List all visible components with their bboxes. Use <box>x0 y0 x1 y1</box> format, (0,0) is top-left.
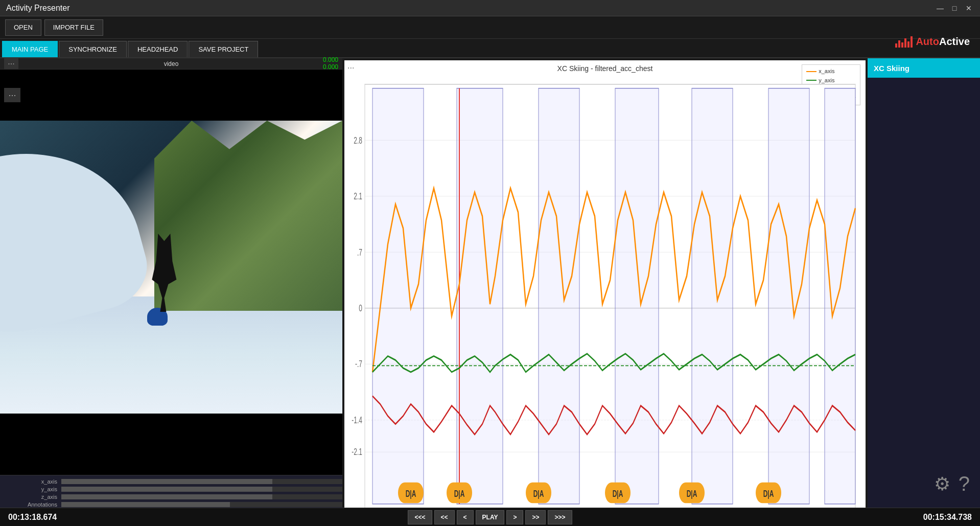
timeline-bar-z <box>61 494 342 499</box>
timeline-fill-z <box>61 494 272 499</box>
status-bar: 00:13:18.674 <<< << < PLAY > >> >>> 00:1… <box>0 508 980 526</box>
svg-text:2.8: 2.8 <box>354 135 362 145</box>
bottom-right-icons: ⚙ ? <box>934 472 970 495</box>
help-icon[interactable]: ? <box>959 472 970 495</box>
video-bottom-area <box>0 414 342 475</box>
svg-rect-16 <box>457 88 503 504</box>
svg-rect-15 <box>372 88 424 504</box>
video-values: 0.000 0.000 <box>323 57 338 70</box>
video-top-area: ··· <box>0 70 342 121</box>
video-frame <box>0 121 342 414</box>
video-label: video <box>164 60 179 67</box>
forward2-button[interactable]: >> <box>525 510 546 524</box>
logo-bar-5 <box>907 41 909 48</box>
tab-head2head[interactable]: HEAD2HEAD <box>128 41 188 57</box>
rewind1-button[interactable]: < <box>457 510 474 524</box>
playback-controls: <<< << < PLAY > >> >>> <box>408 510 572 524</box>
tab-main-page[interactable]: MAIN PAGE <box>2 41 58 57</box>
svg-text:D|A: D|A <box>406 488 416 498</box>
tab-save-project[interactable]: SAVE PROJECT <box>189 41 258 57</box>
timeline-row-y: y_axis <box>0 485 342 493</box>
svg-text:D|A: D|A <box>763 488 774 498</box>
trees-background <box>154 121 343 311</box>
svg-text:D|A: D|A <box>687 488 697 498</box>
maximize-button[interactable]: □ <box>949 3 960 13</box>
svg-text:2.1: 2.1 <box>354 191 362 201</box>
video-value2: 0.000 <box>323 64 338 71</box>
timeline-row-x: x_axis <box>0 477 342 485</box>
logo-bar-4 <box>904 38 906 48</box>
video-menu-dots[interactable]: ··· <box>4 58 18 70</box>
svg-rect-18 <box>615 88 659 504</box>
svg-text:-1.4: -1.4 <box>352 415 362 425</box>
timeline-bar-x <box>61 479 342 484</box>
svg-text:D|A: D|A <box>533 488 544 498</box>
video-value1: 0.000 <box>323 57 338 63</box>
right-panel: XC Skiing <box>868 58 980 526</box>
tab-synchronize[interactable]: SYNCHRONIZE <box>59 41 127 57</box>
video-header: ··· video 0.000 0.000 <box>0 58 342 70</box>
rewind2-button[interactable]: << <box>434 510 455 524</box>
logo-bar-1 <box>895 43 897 48</box>
timeline-label-x: x_axis <box>0 478 61 485</box>
time-right: 00:15:34.738 <box>923 513 972 522</box>
timeline-fill-annotations <box>61 502 230 507</box>
close-button[interactable]: ✕ <box>964 3 974 13</box>
timeline-bar-y <box>61 487 342 492</box>
time-left: 00:13:18.674 <box>8 513 57 522</box>
chart-svg: 2.8 2.1 .7 0 -.7 -1.4 -2.1 <box>344 60 866 524</box>
main-content: ··· video 0.000 0.000 ··· <box>0 58 980 526</box>
import-file-button[interactable]: IMPORT FILE <box>44 19 103 36</box>
svg-rect-19 <box>692 88 733 504</box>
titlebar: Activity Presenter — □ ✕ <box>0 0 980 16</box>
forward1-button[interactable]: > <box>506 510 523 524</box>
svg-rect-20 <box>768 88 809 504</box>
svg-text:.7: .7 <box>357 247 362 257</box>
svg-text:D|A: D|A <box>454 488 465 498</box>
forward3-button[interactable]: >>> <box>548 510 572 524</box>
svg-rect-17 <box>539 88 579 504</box>
svg-text:0: 0 <box>359 303 362 313</box>
logo: AutoActive <box>895 36 970 48</box>
app-title: Activity Presenter <box>6 4 69 13</box>
play-button[interactable]: PLAY <box>476 510 505 524</box>
logo-auto: Auto <box>916 36 939 47</box>
video-options-button[interactable]: ··· <box>4 88 20 102</box>
svg-text:D|A: D|A <box>613 488 623 498</box>
session-label: XC Skiing <box>868 58 980 78</box>
logo-bar-6 <box>911 36 913 48</box>
video-panel: ··· video 0.000 0.000 ··· <box>0 58 342 526</box>
settings-icon[interactable]: ⚙ <box>934 473 950 495</box>
timeline-label-z: z_axis <box>0 494 61 500</box>
timeline-fill-x <box>61 479 272 484</box>
logo-bar-3 <box>901 42 903 48</box>
chart-panel: ··· XC Skiing - filtered_acc_chest x_axi… <box>344 60 866 524</box>
svg-text:-2.1: -2.1 <box>352 447 362 457</box>
window-controls: — □ ✕ <box>935 3 974 13</box>
logo-text: AutoActive <box>916 36 970 48</box>
timeline-fill-y <box>61 487 272 492</box>
timeline-label-y: y_axis <box>0 486 61 492</box>
logo-bars <box>895 36 913 48</box>
logo-active: Active <box>939 36 970 47</box>
rewind3-button[interactable]: <<< <box>408 510 432 524</box>
svg-rect-21 <box>825 88 855 504</box>
logo-bar-2 <box>898 40 900 48</box>
open-button[interactable]: OPEN <box>5 19 41 36</box>
svg-text:-.7: -.7 <box>355 359 362 369</box>
timeline-label-annotations: Annotations <box>0 501 61 508</box>
minimize-button[interactable]: — <box>935 3 945 13</box>
video-image <box>0 121 342 414</box>
nav-tabs: MAIN PAGE SYNCHRONIZE HEAD2HEAD SAVE PRO… <box>0 39 980 58</box>
toolbar: OPEN IMPORT FILE <box>0 16 980 39</box>
timeline-row-z: z_axis <box>0 493 342 500</box>
timeline-bar-annotations <box>61 502 342 507</box>
